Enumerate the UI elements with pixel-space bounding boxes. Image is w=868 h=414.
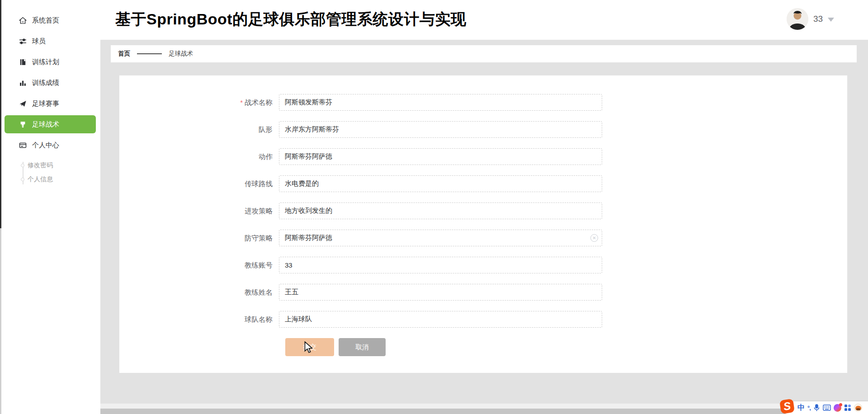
main-area: 基于SpringBoot的足球俱乐部管理系统设计与实现 33 首页 足球战术 (100, 0, 868, 414)
sliders-icon (19, 38, 27, 45)
sidebar-item-label: 足球战术 (32, 120, 59, 129)
sidebar-item-label: 足球赛事 (32, 99, 59, 108)
bank-card-icon (19, 141, 27, 149)
label-action: 动作 (119, 148, 279, 165)
breadcrumb-home[interactable]: 首页 (118, 50, 130, 58)
input-team-name[interactable] (279, 311, 602, 328)
bar-chart-icon (19, 79, 27, 87)
form-panel: *战术名称队形动作传球路线进攻策略防守策略✕教练账号教练姓名球队名称 提交 取消 (119, 75, 848, 373)
timeline-dot (21, 178, 24, 181)
breadcrumb-current: 足球战术 (169, 50, 193, 58)
sidebar-subitem-personal-info[interactable]: 个人信息 (1, 172, 100, 186)
breadcrumb-separator (137, 53, 162, 54)
sidebar-subitem-label: 修改密码 (28, 161, 53, 169)
page-title: 基于SpringBoot的足球俱乐部管理系统设计与实现 (115, 9, 467, 30)
bottom-light-band (100, 404, 868, 409)
label-tactic-name: *战术名称 (119, 94, 279, 111)
sidebar-subitem-change-password[interactable]: 修改密码 (1, 158, 100, 172)
clear-input-icon[interactable]: ✕ (590, 234, 598, 242)
microphone-icon[interactable] (813, 404, 820, 411)
label-attack-strategy: 进攻策略 (119, 202, 279, 219)
bottom-taskbar-band (100, 409, 868, 414)
sidebar-item-home[interactable]: 系统首页 (1, 10, 100, 31)
form-row-attack-strategy: 进攻策略 (119, 202, 847, 219)
sidebar-item-tactics[interactable]: 足球战术 (1, 114, 100, 135)
sogou-logo-icon[interactable]: S (779, 399, 795, 414)
user-avatar[interactable] (787, 8, 808, 30)
input-wrap-coach-name (279, 284, 602, 301)
form-row-formation: 队形 (119, 121, 847, 138)
label-coach-name: 教练姓名 (119, 284, 279, 301)
form-actions: 提交 取消 (285, 338, 847, 356)
label-defense-strategy: 防守策略 (119, 230, 279, 246)
mouse-cursor (304, 341, 315, 356)
chevron-down-icon (828, 18, 834, 22)
top-header: 基于SpringBoot的足球俱乐部管理系统设计与实现 33 (100, 0, 868, 40)
ime-fox-icon[interactable] (854, 404, 862, 412)
input-wrap-passing-route (279, 175, 602, 192)
sidebar-menu: 系统首页球员训练计划训练成绩足球赛事足球战术个人中心 (1, 0, 100, 155)
ime-chinese-mode-icon[interactable]: 中 (797, 401, 805, 414)
input-action[interactable] (279, 148, 602, 165)
sidebar-item-matches[interactable]: 足球赛事 (1, 93, 100, 114)
input-defense-strategy[interactable] (279, 230, 602, 246)
required-asterisk: * (240, 99, 243, 106)
form-row-coach-account: 教练账号 (119, 257, 847, 273)
input-tactic-name[interactable] (279, 94, 602, 111)
notebook-icon (19, 58, 27, 66)
send-icon (19, 100, 27, 108)
sidebar-submenu: 修改密码个人信息 (1, 158, 100, 186)
input-wrap-attack-strategy (279, 202, 602, 219)
form-row-team-name: 球队名称 (119, 311, 847, 328)
ime-toolbar[interactable]: S 中 °, (781, 401, 868, 414)
form-row-tactic-name: *战术名称 (119, 94, 847, 111)
sidebar-subitem-label: 个人信息 (28, 175, 53, 183)
home-icon (19, 17, 27, 24)
form-row-defense-strategy: 防守策略✕ (119, 230, 847, 246)
input-passing-route[interactable] (279, 175, 602, 192)
input-formation[interactable] (279, 121, 602, 138)
sidebar-item-players[interactable]: 球员 (1, 31, 100, 52)
user-name: 33 (813, 14, 823, 24)
sidebar: 系统首页球员训练计划训练成绩足球赛事足球战术个人中心 修改密码个人信息 (1, 0, 100, 414)
sidebar-item-label: 系统首页 (32, 16, 59, 25)
sidebar-item-label: 训练计划 (32, 58, 59, 66)
screen: 系统首页球员训练计划训练成绩足球赛事足球战术个人中心 修改密码个人信息 基于Sp… (0, 0, 868, 414)
input-coach-account[interactable] (279, 257, 602, 273)
brush-icon (19, 121, 27, 128)
label-formation: 队形 (119, 121, 279, 138)
label-coach-account: 教练账号 (119, 257, 279, 273)
ime-toolbox-icon[interactable] (844, 404, 851, 411)
form-row-passing-route: 传球路线 (119, 175, 847, 192)
cancel-button[interactable]: 取消 (339, 338, 386, 356)
sidebar-item-training-score[interactable]: 训练成绩 (1, 72, 100, 93)
sidebar-item-label: 球员 (32, 37, 46, 46)
label-passing-route: 传球路线 (119, 175, 279, 192)
sidebar-item-label: 训练成绩 (32, 79, 59, 87)
user-menu[interactable]: 33 (787, 6, 834, 32)
timeline-dot (21, 164, 24, 167)
breadcrumb: 首页 足球战术 (111, 45, 857, 62)
tactic-form: *战术名称队形动作传球路线进攻策略防守策略✕教练账号教练姓名球队名称 (119, 94, 847, 328)
ime-skin-icon[interactable] (834, 404, 841, 412)
ime-punctuation-icon[interactable]: °, (807, 405, 811, 411)
input-wrap-defense-strategy: ✕ (279, 230, 602, 246)
label-team-name: 球队名称 (119, 311, 279, 328)
form-row-coach-name: 教练姓名 (119, 284, 847, 301)
input-coach-name[interactable] (279, 284, 602, 301)
input-wrap-coach-account (279, 257, 602, 273)
keyboard-icon[interactable] (823, 405, 831, 411)
input-attack-strategy[interactable] (279, 202, 602, 219)
sidebar-item-label: 个人中心 (32, 141, 59, 150)
input-wrap-team-name (279, 311, 602, 328)
input-wrap-tactic-name (279, 94, 602, 111)
form-row-action: 动作 (119, 148, 847, 165)
sidebar-item-training-plan[interactable]: 训练计划 (1, 52, 100, 72)
sidebar-item-profile-center[interactable]: 个人中心 (1, 135, 100, 155)
input-wrap-formation (279, 121, 602, 138)
input-wrap-action (279, 148, 602, 165)
